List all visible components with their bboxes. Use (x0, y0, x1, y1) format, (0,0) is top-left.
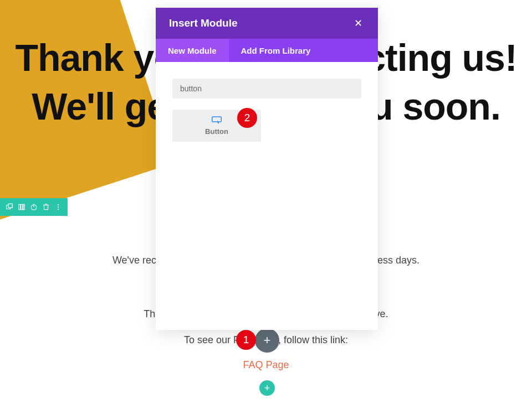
add-module-button[interactable]: + (255, 328, 279, 353)
tab-add-from-library[interactable]: Add From Library (229, 39, 323, 62)
row-toolbar (0, 198, 68, 216)
plus-icon: + (264, 333, 271, 348)
toolbar-trash-icon[interactable] (40, 198, 52, 216)
svg-point-8 (58, 206, 59, 208)
svg-rect-3 (21, 204, 23, 209)
close-icon: ✕ (354, 18, 362, 29)
annotation-badge-1: 1 (236, 330, 256, 350)
modal-close-button[interactable]: ✕ (351, 17, 365, 29)
modal-body: Button (156, 62, 378, 330)
insert-module-modal: Insert Module ✕ New Module Add From Libr… (156, 8, 378, 330)
toolbar-columns-icon[interactable] (16, 198, 28, 216)
toolbar-more-icon[interactable] (52, 198, 64, 216)
svg-rect-1 (8, 204, 12, 208)
tab-new-module[interactable]: New Module (156, 39, 229, 62)
module-search-input[interactable] (172, 79, 361, 99)
svg-point-7 (58, 204, 59, 205)
module-grid: Button (172, 110, 361, 142)
faq-page-link[interactable]: FAQ Page (0, 359, 532, 371)
modal-title: Insert Module (169, 17, 238, 29)
module-item-label: Button (205, 127, 228, 136)
modal-header: Insert Module ✕ (156, 8, 378, 39)
toolbar-power-icon[interactable] (28, 198, 40, 216)
plus-icon: + (264, 383, 270, 394)
button-module-icon (212, 116, 222, 126)
modal-tabs: New Module Add From Library (156, 39, 378, 62)
svg-rect-10 (212, 117, 222, 122)
annotation-badge-2: 2 (237, 108, 257, 128)
add-row-button[interactable]: + (259, 380, 275, 396)
toolbar-move-icon[interactable] (3, 198, 16, 216)
svg-rect-4 (23, 204, 24, 209)
svg-point-9 (58, 209, 59, 210)
svg-rect-2 (19, 204, 21, 209)
